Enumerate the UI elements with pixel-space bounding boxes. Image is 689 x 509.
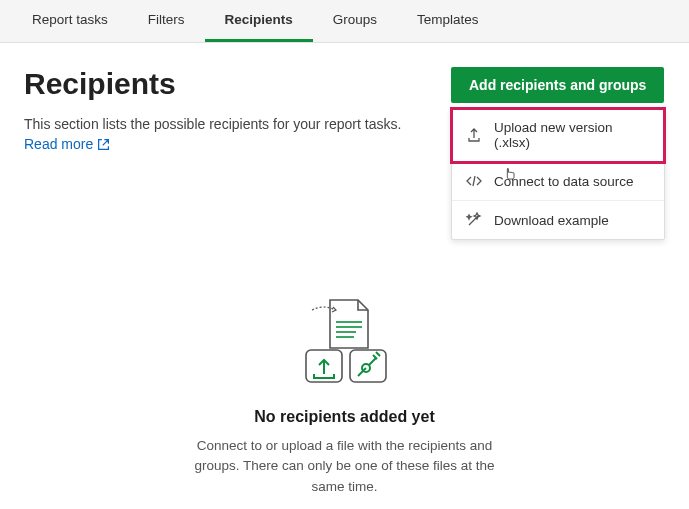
empty-state-text: Connect to or upload a file with the rec… [185, 436, 505, 497]
code-icon [466, 173, 482, 189]
title-block: Recipients This section lists the possib… [24, 67, 435, 154]
empty-state: No recipients added yet Connect to or up… [24, 294, 665, 509]
wand-icon [466, 212, 482, 228]
dropdown-item-upload[interactable]: Upload new version (.xlsx) [452, 109, 664, 162]
tab-recipients[interactable]: Recipients [205, 0, 313, 42]
upload-icon [466, 127, 482, 143]
tab-templates[interactable]: Templates [397, 0, 499, 42]
primary-action-column: Add recipients and groups Upload new ver… [451, 67, 665, 103]
tabs-bar: Report tasks Filters Recipients Groups T… [0, 0, 689, 43]
tab-filters[interactable]: Filters [128, 0, 205, 42]
read-more-label: Read more [24, 135, 93, 155]
tab-report-tasks[interactable]: Report tasks [12, 0, 128, 42]
tabs: Report tasks Filters Recipients Groups T… [12, 0, 677, 42]
main-content: Recipients This section lists the possib… [0, 43, 689, 509]
page-subtitle: This section lists the possible recipien… [24, 115, 435, 154]
dropdown-item-label: Upload new version (.xlsx) [494, 120, 650, 150]
add-recipients-button[interactable]: Add recipients and groups [451, 67, 664, 103]
empty-state-heading: No recipients added yet [254, 408, 435, 426]
dropdown-item-download[interactable]: Download example [452, 201, 664, 239]
header-row: Recipients This section lists the possib… [24, 67, 665, 154]
subtitle-text: This section lists the possible recipien… [24, 116, 401, 132]
svg-rect-5 [350, 350, 386, 382]
page-title: Recipients [24, 67, 435, 101]
empty-state-illustration [280, 294, 410, 394]
dropdown-panel: Upload new version (.xlsx) Connect to da… [451, 108, 665, 240]
dropdown-item-label: Connect to data source [494, 174, 634, 189]
dropdown-item-label: Download example [494, 213, 609, 228]
external-link-icon [97, 138, 110, 151]
dropdown-item-connect[interactable]: Connect to data source [452, 162, 664, 201]
tab-groups[interactable]: Groups [313, 0, 397, 42]
read-more-link[interactable]: Read more [24, 135, 110, 155]
